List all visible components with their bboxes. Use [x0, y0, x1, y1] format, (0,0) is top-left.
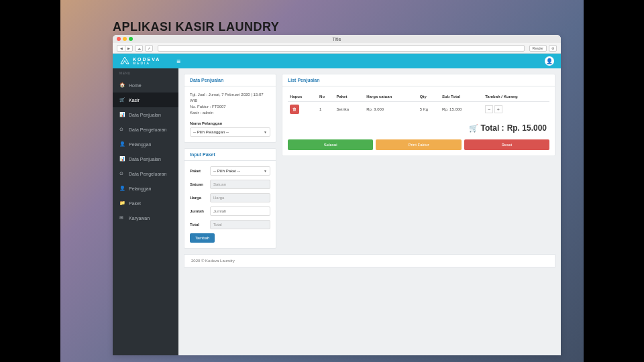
circle-icon: ⊙ — [119, 127, 125, 132]
page-title: APLIKASI KASIR LAUNDRY — [113, 20, 279, 34]
input-satuan: Satuan — [210, 180, 270, 189]
th-tambah: Tambah / Kurang — [483, 92, 549, 102]
minimize-icon[interactable] — [123, 37, 127, 41]
input-total: Total — [210, 220, 270, 229]
sidebar-item-karyawan[interactable]: ⊞ Karyawan — [113, 210, 178, 225]
sidebar-item-label: Data Penjualan — [129, 157, 161, 162]
label-paket: Paket — [190, 169, 207, 173]
sidebar-item-label: Home — [129, 83, 142, 88]
sidebar-item-paket[interactable]: 📁 Paket — [113, 196, 178, 210]
cell-qty: 5 Kg — [418, 102, 440, 117]
sidebar-item-home[interactable]: 🏠 Home — [113, 78, 178, 93]
sidebar-item-label: Pelanggan — [129, 186, 151, 191]
circle-icon: ⊙ — [119, 171, 125, 176]
logo-icon — [119, 56, 130, 66]
folder-icon: 📁 — [119, 200, 125, 206]
card-data-penjualan: Data Penjualan Tgl. Jual : Jumat, 7 Febr… — [184, 74, 276, 143]
cart-icon: 🛒 — [469, 124, 478, 133]
titlebar: Title — [113, 35, 561, 43]
total-label: Total : — [481, 123, 504, 133]
info-faktur: No. Faktur : FT0007 — [190, 104, 270, 110]
sidebar-item-pelanggan[interactable]: 👤 Pelanggan — [113, 137, 178, 152]
label-harga: Harga — [190, 196, 207, 200]
user-icon: 👤 — [119, 186, 125, 191]
label-satuan: Satuan — [190, 182, 207, 186]
sidebar: MENU 🏠 Home 🛒 Kasir 📊 Data Penjualan — [113, 68, 178, 355]
sidebar-item-label: Data Pengeluaran — [129, 172, 166, 176]
browser-window: Title ◀ ▶ ☁ ↗ Reader ⚙ KODEVA ME — [113, 35, 561, 355]
plus-button[interactable]: + — [494, 105, 502, 113]
share-icon[interactable]: ↗ — [145, 45, 153, 52]
card-list-penjualan: List Penjualan Hapus No Paket Harga satu — [282, 74, 555, 156]
menu-toggle-icon[interactable]: ≡ — [176, 58, 180, 65]
th-hapus: Hapus — [288, 92, 317, 102]
chart-icon: 📊 — [119, 156, 125, 162]
avatar[interactable]: 👤 — [545, 56, 554, 66]
th-harga: Harga satuan — [364, 92, 418, 102]
app-topbar: KODEVA MEDIA ≡ 👤 — [113, 54, 561, 68]
th-no: No — [317, 92, 334, 102]
sidebar-item-kasir[interactable]: 🛒 Kasir — [113, 93, 178, 107]
th-qty: Qty — [418, 92, 440, 102]
delete-button[interactable]: 🗑 — [290, 105, 299, 114]
sidebar-item-label: Data Penjualan — [129, 113, 161, 117]
grid-icon: ⊞ — [119, 215, 125, 221]
trash-icon: 🗑 — [292, 107, 297, 111]
input-jumlah[interactable] — [210, 206, 270, 216]
card-title: Data Penjualan — [184, 74, 276, 86]
chart-icon: 📊 — [119, 112, 125, 117]
info-tgl: Tgl. Jual : Jumat, 7 Februari 2020 | 15:… — [190, 92, 270, 104]
sidebar-item-label: Pelanggan — [129, 142, 151, 147]
cart-icon: 🛒 — [119, 97, 125, 103]
total-row: 🛒 Total : Rp. 15.000 — [288, 117, 549, 139]
gear-icon[interactable]: ⚙ — [549, 45, 557, 52]
chevron-down-icon: ▼ — [264, 169, 267, 173]
info-kasir: Kasir : admin — [190, 110, 270, 116]
label-nama-pelanggan: Nama Pelanggan — [190, 121, 270, 125]
sidebar-item-label: Paket — [129, 201, 141, 206]
input-harga: Harga — [210, 193, 270, 202]
footer: 2020 © Kodeva Laundry — [184, 254, 555, 267]
close-icon[interactable] — [117, 37, 121, 41]
browser-toolbar: ◀ ▶ ☁ ↗ Reader ⚙ — [113, 43, 561, 54]
total-value: Rp. 15.000 — [507, 123, 547, 133]
select-pelanggan[interactable]: -- Pilih Pelanggan -- ▼ — [190, 127, 270, 137]
sidebar-item-label: Data Pengeluaran — [129, 127, 166, 132]
window-title: Title — [333, 37, 341, 42]
logo-text: KODEVA MEDIA — [133, 57, 160, 65]
sidebar-item-pengeluaran[interactable]: ⊙ Data Pengeluaran — [113, 122, 178, 137]
label-total: Total — [190, 223, 207, 227]
reader-button[interactable]: Reader — [529, 45, 547, 52]
label-jumlah: Jumlah — [190, 209, 207, 213]
sidebar-item-penjualan-2[interactable]: 📊 Data Penjualan — [113, 152, 178, 166]
chevron-down-icon: ▼ — [264, 130, 267, 134]
card-title: Input Paket — [184, 149, 276, 161]
cell-subtotal: Rp. 15.000 — [440, 102, 483, 117]
selesai-button[interactable]: Selesai — [288, 139, 373, 150]
sidebar-item-label: Kasir — [129, 98, 140, 103]
forward-button[interactable]: ▶ — [125, 45, 133, 52]
th-paket: Paket — [334, 92, 364, 102]
reset-button[interactable]: Reset — [464, 139, 549, 150]
table-row: 🗑 1 Setrika Rp. 3.000 5 Kg Rp. 15.000 − — [288, 102, 549, 117]
sidebar-item-pengeluaran-2[interactable]: ⊙ Data Pengeluaran — [113, 166, 178, 181]
cell-harga: Rp. 3.000 — [364, 102, 418, 117]
tambah-button[interactable]: Tambah — [190, 233, 215, 243]
home-icon: 🏠 — [119, 82, 125, 88]
user-icon: 👤 — [119, 141, 125, 147]
cell-paket: Setrika — [334, 102, 364, 117]
print-faktur-button[interactable]: Print Faktur — [376, 139, 461, 150]
minus-button[interactable]: − — [485, 105, 493, 113]
list-table: Hapus No Paket Harga satuan Qty Sub Tota… — [288, 92, 549, 117]
cell-no: 1 — [317, 102, 334, 117]
back-button[interactable]: ◀ — [117, 45, 125, 52]
select-paket[interactable]: -- Pilih Paket -- ▼ — [210, 166, 270, 176]
main-content: Data Penjualan Tgl. Jual : Jumat, 7 Febr… — [178, 68, 561, 355]
url-bar[interactable] — [158, 45, 525, 52]
maximize-icon[interactable] — [129, 37, 133, 41]
menu-section-label: MENU — [113, 68, 178, 78]
card-input-paket: Input Paket Paket -- Pilih Paket -- ▼ — [184, 148, 276, 249]
sidebar-item-pelanggan-2[interactable]: 👤 Pelanggan — [113, 181, 178, 196]
cloud-icon[interactable]: ☁ — [135, 45, 143, 52]
sidebar-item-penjualan[interactable]: 📊 Data Penjualan — [113, 107, 178, 122]
